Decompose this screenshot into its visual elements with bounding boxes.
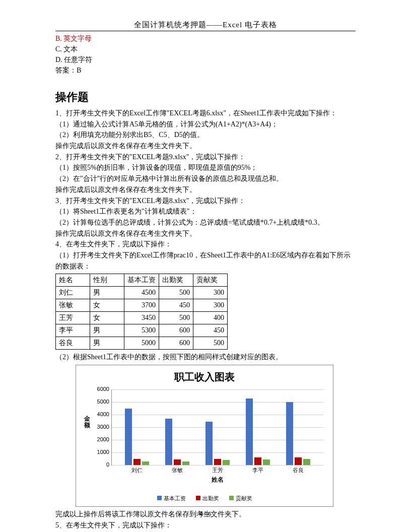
option-d: D. 任意字符 (55, 54, 356, 65)
para-4: 操作完成后以原文件名保存在考生文件夹下。 (55, 141, 356, 152)
chart-bar (206, 422, 213, 465)
para-11: （2）计算每位选手的总评成绩，计算公式为：总评成绩=笔试成绩*0.7+上机成绩*… (55, 217, 356, 228)
page-header-title: 全国计算机统考押题——Excel 电子表格 (55, 20, 356, 31)
para-7: （2）在"合计"行的对应单元格中计算出所有设备的原值总和及现值总和。 (55, 173, 356, 184)
para-14: （1）打开考生文件夹下的Excel工作簿prac10，在Sheet1工作表中的A… (55, 250, 356, 272)
chart-xtick: 王芳 (202, 467, 233, 474)
th-contrib: 贡献奖 (193, 274, 228, 287)
section-title: 操作题 (55, 90, 356, 105)
legend-label: 出勤奖 (202, 495, 219, 501)
chart-ytick: 2000 (92, 436, 109, 442)
legend-label: 基本工资 (164, 495, 186, 501)
chart-bar-group (162, 419, 192, 466)
chart-title: 职工收入图表 (76, 365, 333, 384)
table-header-row: 姓名 性别 基本工资 出勤奖 贡献奖 (56, 274, 228, 287)
chart-xlabel: 姓名 (112, 476, 323, 484)
para-13: 4、在考生文件夹下，完成以下操作： (55, 239, 356, 250)
chart-bar (142, 461, 149, 466)
chart-bar (182, 461, 189, 466)
salary-table: 姓名 性别 基本工资 出勤奖 贡献奖 刘仁男4500500300 张敏女3700… (55, 274, 228, 350)
chart-xtick: 谷良 (283, 467, 313, 474)
page-number: 4 / 6 (0, 510, 411, 518)
option-c: C. 文本 (55, 44, 356, 54)
para-6: （1）按照5%的折旧率，计算设备的现值，即现值是原值的95%； (55, 162, 356, 173)
chart-bar (246, 398, 253, 466)
legend-label: 贡献奖 (236, 495, 252, 501)
para-15: （2）根据Sheet1工作表中的数据，按照下图的相同样式创建对应的图表。 (55, 352, 356, 363)
chart-xtick: 张敏 (162, 467, 192, 474)
legend-swatch-icon (196, 496, 200, 500)
para-12: 操作完成后以原文件名保存在考生文件夹下。 (55, 228, 356, 239)
chart-bar (263, 459, 270, 465)
chart-ytick: 5000 (92, 398, 109, 405)
chart-ytick: 4000 (92, 411, 109, 417)
chart-ytick: 1000 (92, 449, 109, 455)
chart-bar (254, 457, 261, 465)
th-name: 姓名 (56, 274, 90, 287)
income-chart: 职工收入图表 金额 0100020003000400050006000刘仁张敏王… (76, 365, 333, 507)
para-10: （1）将Sheet1工作表更名为"计算机成绩表"； (55, 206, 356, 217)
chart-bar (303, 459, 310, 466)
chart-legend: 基本工资出勤奖贡献奖 (76, 495, 333, 502)
legend-swatch-icon (157, 496, 162, 500)
chart-plot-area: 0100020003000400050006000刘仁张敏王芳李平谷良姓名 (111, 389, 323, 466)
th-base: 基本工资 (124, 274, 159, 287)
table-row: 王芳女3450500400 (56, 312, 228, 324)
chart-xtick: 刘仁 (122, 467, 152, 474)
para-9: 3、打开考生文件夹下的"EXCEL考题8.xlsx"，完成以下操作： (55, 195, 356, 207)
chart-ylabel: 金额 (84, 416, 91, 429)
th-attend: 出勤奖 (159, 274, 193, 287)
chart-ytick: 3000 (92, 424, 109, 430)
chart-bar-group (202, 422, 233, 465)
table-row: 刘仁男4500500300 (56, 287, 228, 299)
chart-legend-item: 贡献奖 (229, 495, 252, 502)
chart-bar (165, 419, 172, 466)
chart-bar-group (283, 402, 313, 465)
chart-bar (133, 459, 141, 466)
chart-bar-group (243, 398, 273, 466)
chart-legend-item: 出勤奖 (196, 495, 219, 502)
para-5: 2、打开考生文件夹下的"EXCEL考题9.xlsx"，完成以下操作： (55, 152, 356, 163)
chart-bar (214, 459, 221, 466)
chart-legend-item: 基本工资 (157, 495, 186, 502)
para-3: （2）利用填充功能分别求出B5、C5、D5的值。 (55, 129, 356, 141)
after-chart-2: 5、在考生文件夹下，完成以下操作： (55, 520, 356, 531)
para-1: 1、打开考生文件夹下的Excel工作簿"EXCEL考题6.xlsx"，在Shee… (55, 108, 356, 119)
body-paragraphs: 1、打开考生文件夹下的Excel工作簿"EXCEL考题6.xlsx"，在Shee… (55, 108, 356, 272)
chart-bar (223, 460, 230, 465)
table-row: 谷良男5000600500 (56, 337, 228, 350)
chart-bar (174, 459, 181, 465)
chart-xtick: 李平 (243, 467, 273, 474)
chart-bar (286, 402, 293, 465)
option-b: B. 英文字母 (55, 33, 356, 44)
th-gender: 性别 (90, 274, 124, 287)
para-2: （1）通过输入公式计算A5单元格的值，计算公式为(A1+A2)*(A3+A4)； (55, 119, 356, 130)
legend-swatch-icon (229, 496, 234, 500)
answer-line: 答案：B (55, 65, 356, 76)
table-row: 李平男5300600450 (56, 324, 228, 337)
table-row: 张敏女3700450300 (56, 299, 228, 312)
chart-bar (125, 409, 132, 466)
page-content: 全国计算机统考押题——Excel 电子表格 B. 英文字母 C. 文本 D. 任… (0, 0, 411, 530)
chart-bar (295, 457, 302, 465)
chart-bar-group (122, 409, 152, 466)
chart-ytick: 6000 (92, 386, 109, 392)
chart-ytick: 0 (92, 461, 109, 468)
para-8: 操作完成后以原文件名保存在考生文件夹下。 (55, 184, 356, 195)
